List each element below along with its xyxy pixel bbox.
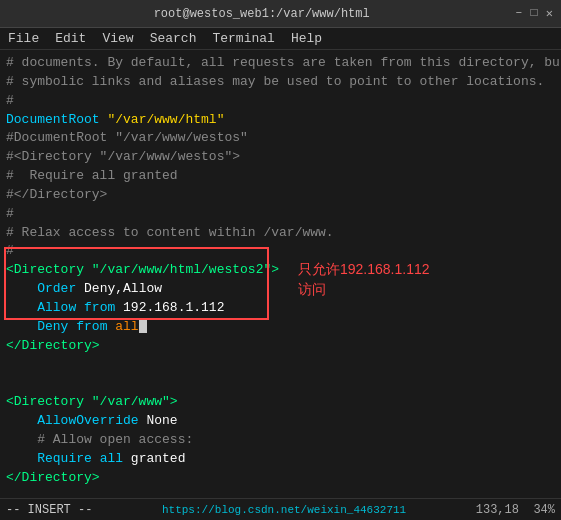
menu-help[interactable]: Help [291, 31, 322, 46]
line-10: # Relax access to content within /var/ww… [6, 224, 555, 243]
line-11: # [6, 242, 555, 261]
menu-edit[interactable]: Edit [55, 31, 86, 46]
line-7: # Require all granted [6, 167, 555, 186]
minimize-btn[interactable]: – [515, 6, 522, 21]
line-6: #<Directory "/var/www/westos"> [6, 148, 555, 167]
title-bar: root@westos_web1:/var/www/html – □ ✕ [0, 0, 561, 28]
menu-search[interactable]: Search [150, 31, 197, 46]
line-18 [6, 374, 555, 393]
line-17 [6, 356, 555, 375]
cursor-position: 133,18 34% [476, 503, 555, 517]
line-20: AllowOverride None [6, 412, 555, 431]
insert-mode: -- INSERT -- [6, 503, 92, 517]
maximize-btn[interactable]: □ [531, 6, 538, 21]
line-4: DocumentRoot "/var/www/html" [6, 111, 555, 130]
menu-view[interactable]: View [102, 31, 133, 46]
menu-terminal[interactable]: Terminal [212, 31, 274, 46]
line-9: # [6, 205, 555, 224]
line-13: Order Deny,Allow [6, 280, 555, 299]
status-bar: -- INSERT -- https://blog.csdn.net/weixi… [0, 498, 561, 520]
line-2: # symbolic links and aliases may be used… [6, 73, 555, 92]
line-21: # Allow open access: [6, 431, 555, 450]
line-12: <Directory "/var/www/html/westos2"> [6, 261, 555, 280]
menu-file[interactable]: File [8, 31, 39, 46]
annotation: 只允许192.168.1.112访问 [298, 260, 430, 299]
line-19: <Directory "/var/www"> [6, 393, 555, 412]
line-23: </Directory> [6, 469, 555, 488]
close-btn[interactable]: ✕ [546, 6, 553, 21]
line-14: Allow from 192.168.1.112 [6, 299, 555, 318]
window-controls: – □ ✕ [515, 6, 553, 21]
line-15: Deny from all [6, 318, 555, 337]
line-22: Require all granted [6, 450, 555, 469]
title-text: root@westos_web1:/var/www/html [8, 7, 515, 21]
line-1: # documents. By default, all requests ar… [6, 54, 555, 73]
terminal-body: # documents. By default, all requests ar… [0, 50, 561, 494]
line-16: </Directory> [6, 337, 555, 356]
status-url: https://blog.csdn.net/weixin_44632711 [162, 504, 406, 516]
line-3: # [6, 92, 555, 111]
menu-bar: File Edit View Search Terminal Help [0, 28, 561, 50]
line-5: #DocumentRoot "/var/www/westos" [6, 129, 555, 148]
line-8: #</Directory> [6, 186, 555, 205]
